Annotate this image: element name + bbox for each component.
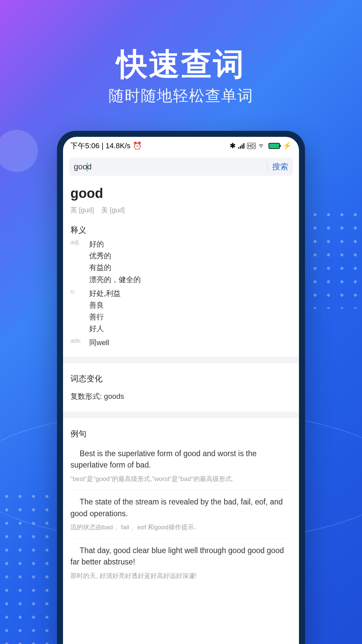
definition-row: adj.好的优秀的有益的漂亮的，健全的 <box>70 238 292 285</box>
phone-screen: 下午5:06 | 14.8K/s ⏰ ✱ HD ᯤ ⚡ good 搜索 <box>63 137 299 644</box>
meanings: 同well <box>89 337 109 348</box>
example-zh: 流的状态由bad 、fail 、eof 和good操作提示. <box>70 523 292 532</box>
search-bar[interactable]: good 搜索 <box>69 158 293 176</box>
ipa-uk: 英 [gud] <box>70 206 94 215</box>
search-button[interactable]: 搜索 <box>272 161 288 172</box>
bluetooth-icon: ✱ <box>230 142 236 150</box>
rss-icon: ᯤ <box>258 142 266 150</box>
example-item: That day, good clear blue light well thr… <box>70 539 292 587</box>
section-divider <box>63 412 299 418</box>
meaning-line: 有益的 <box>89 262 141 273</box>
alarm-icon: ⏰ <box>133 142 142 150</box>
meaning-line: 漂亮的，健全的 <box>89 274 141 285</box>
meaning-line: 好的 <box>89 238 141 250</box>
ipa-us: 美 [gud] <box>101 206 125 215</box>
inflection-section: 词态变化 复数形式: goods <box>70 373 292 404</box>
definition-row: adv.同well <box>70 337 292 348</box>
search-value-suffix: d <box>87 162 92 171</box>
search-container: good 搜索 <box>63 154 299 176</box>
example-zh: 那时的天, 好清好亮好透好蓝好高好远好深邃! <box>70 571 292 581</box>
example-item: Best is the superlative form of good and… <box>70 442 292 490</box>
part-of-speech: adv. <box>70 337 89 344</box>
example-en: That day, good clear blue light well thr… <box>70 545 292 568</box>
meaning-line: 同well <box>89 337 109 348</box>
promo-subtitle: 随时随地轻松查单词 <box>0 86 362 106</box>
meaning-line: 好处,利益 <box>89 287 121 299</box>
search-input[interactable]: good <box>74 162 262 172</box>
inflection-body: 复数形式: goods <box>70 387 292 404</box>
status-time-net: 下午5:06 | 14.8K/s <box>70 142 130 150</box>
examples-title: 例句 <box>70 428 292 439</box>
search-value-prefix: goo <box>74 162 87 171</box>
meaning-line: 善行 <box>89 311 121 323</box>
signal-icon <box>238 143 244 149</box>
ipa-row: 英 [gud] 美 [gud] <box>70 206 292 215</box>
meanings: 好的优秀的有益的漂亮的，健全的 <box>89 238 141 285</box>
phone-frame: 下午5:06 | 14.8K/s ⏰ ✱ HD ᯤ ⚡ good 搜索 <box>57 131 305 644</box>
headword: good <box>70 186 292 201</box>
charge-icon: ⚡ <box>283 142 292 150</box>
example-item: The state of the stream is revealed by t… <box>70 490 292 539</box>
content: good 英 [gud] 美 [gud] 释义 adj.好的优秀的有益的漂亮的，… <box>63 176 299 644</box>
definitions-title: 释义 <box>70 225 292 235</box>
battery-icon <box>268 143 280 149</box>
promo-title: 快速查词 <box>0 44 362 85</box>
part-of-speech: n. <box>70 287 89 295</box>
example-en: Best is the superlative form of good and… <box>70 448 292 471</box>
definitions-section: 释义 adj.好的优秀的有益的漂亮的，健全的n.好处,利益善良善行好人adv.同… <box>70 225 292 348</box>
search-divider <box>267 162 267 171</box>
examples-section: 例句 Best is the superlative form of good … <box>70 428 292 587</box>
status-right: ✱ HD ᯤ ⚡ <box>230 142 292 150</box>
meaning-line: 善良 <box>89 299 121 311</box>
part-of-speech: adj. <box>70 238 89 246</box>
hd-label: HD <box>247 143 256 149</box>
meanings: 好处,利益善良善行好人 <box>89 287 121 335</box>
example-zh: "best"是"good"的最高级形式,"worst"是"bad"的最高级形式. <box>70 474 292 484</box>
meaning-line: 好人 <box>89 323 121 334</box>
section-divider <box>63 357 299 363</box>
meaning-line: 优秀的 <box>89 250 141 262</box>
status-left: 下午5:06 | 14.8K/s ⏰ <box>70 141 142 151</box>
example-en: The state of the stream is revealed by t… <box>70 496 292 519</box>
inflection-title: 词态变化 <box>70 373 292 384</box>
status-bar: 下午5:06 | 14.8K/s ⏰ ✱ HD ᯤ ⚡ <box>63 137 299 154</box>
definition-row: n.好处,利益善良善行好人 <box>70 287 292 335</box>
